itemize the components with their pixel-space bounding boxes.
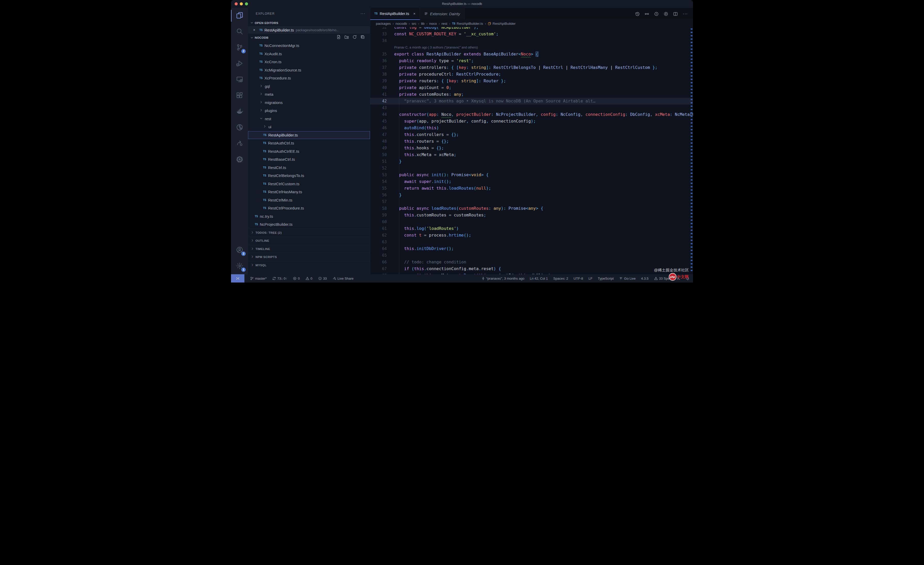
overview-ruler-scrollbar[interactable] [691,29,693,273]
open-changes-icon[interactable] [645,12,649,16]
activity-item-accounts[interactable]: 2 [231,242,248,258]
tree-item-rest[interactable]: rest [248,115,370,123]
tree-item-migrations[interactable]: migrations [248,99,370,107]
tab-RestApiBuilder-ts[interactable]: TS RestApiBuilder.ts × [370,8,420,20]
activity-item-source-control[interactable]: 2 [231,40,248,56]
tree-item-label: rest [265,117,271,121]
activity-item-extensions[interactable] [231,88,248,104]
status-errors[interactable]: 0 [293,276,300,280]
tree-item-RestApiBuilder.ts[interactable]: TSRestApiBuilder.ts [248,131,370,139]
go-back-icon[interactable] [654,12,659,16]
status-live-share[interactable]: Live Share [333,276,354,280]
code-line-37: 37 private controllers: { [key: string]:… [370,64,693,71]
tree-item-XcAudit.ts[interactable]: TSXcAudit.ts [248,50,370,58]
traffic-light-minimize-icon[interactable] [240,2,243,5]
new-folder-icon[interactable] [344,35,349,40]
breadcrumb-symbol[interactable]: RestApiBuilder [488,22,515,26]
status-git-branch-text: master* [255,276,267,280]
breadcrumb-item-rest[interactable]: rest [442,22,448,26]
status-infos[interactable]: 33 [318,276,327,280]
local-history-icon[interactable] [635,12,640,16]
breadcrumb-separator: › [418,22,419,26]
line-number: 44 [370,111,387,118]
tree-item-RestCtrlMin.ts[interactable]: TSRestCtrlMin.ts [248,196,370,204]
refresh-icon[interactable] [352,35,357,40]
status-sync-changes[interactable]: 73↓ 0↑ [272,276,287,280]
traffic-light-close-icon[interactable] [235,2,238,5]
tree-item-RestCtrlCustom.ts[interactable]: TSRestCtrlCustom.ts [248,180,370,188]
line-number: 67 [370,266,387,272]
code-line-51: 51 } [370,158,693,165]
new-file-icon[interactable] [336,35,341,40]
status-encoding[interactable]: UTF-8 [574,276,583,280]
explorer-more-actions-icon[interactable]: ··· [360,11,365,16]
tree-item-XcCron.ts[interactable]: TSXcCron.ts [248,58,370,66]
status-go-live[interactable]: Go Live [619,276,636,280]
tree-item-NcConnectionMgr.ts[interactable]: TSNcConnectionMgr.ts [248,42,370,50]
code-editor[interactable]: 32const log = debug('NcApiBuilder'); 33c… [370,27,693,274]
status-git-branch[interactable]: master* [250,276,267,280]
activity-item-search[interactable] [231,24,248,40]
remote-indicator-button[interactable] [231,274,244,282]
breadcrumb-file[interactable]: TSRestApiBuilder.ts [452,22,483,26]
tree-item-RestAuthCtrlEE.ts[interactable]: TSRestAuthCtrlEE.ts [248,147,370,156]
breadcrumb-item-noco[interactable]: noco [429,22,437,26]
project-section-header[interactable]: NOCODB [248,33,370,42]
close-icon[interactable]: × [253,28,255,32]
activity-item-remote-explorer[interactable] [231,72,248,88]
run-icon[interactable] [664,12,668,16]
tree-item-RestCtrlBelongsTo.ts[interactable]: TSRestCtrlBelongsTo.ts [248,171,370,180]
activity-item-docker[interactable] [231,104,248,120]
sidebar-section-mysql[interactable]: MYSQL [248,261,370,269]
tree-item-plugins[interactable]: plugins [248,107,370,115]
tree-item-RestCtrlHasMany.ts[interactable]: TSRestCtrlHasMany.ts [248,188,370,196]
tree-item-XcProcedure.ts[interactable]: TSXcProcedure.ts [248,74,370,82]
activity-item-live-share[interactable] [231,136,248,152]
tree-item-RestAuthCtrl.ts[interactable]: TSRestAuthCtrl.ts [248,139,370,147]
split-editor-icon[interactable] [673,12,678,16]
line-number: 34 [370,38,387,44]
status-language-mode[interactable]: TypeScript [598,276,614,280]
breadcrumb-item-lib[interactable]: lib [421,22,424,26]
accounts-badge: 2 [242,251,246,256]
sidebar-section-npm-scripts[interactable]: NPM SCRIPTS [248,253,370,261]
activity-item-settings[interactable]: 1 [231,258,248,274]
activity-item-gitlens[interactable] [231,120,248,136]
status-ts-version[interactable]: 4.3.5 [641,276,649,280]
typescript-file-icon: TS [263,199,266,201]
tree-item-RestCtrl.ts[interactable]: TSRestCtrl.ts [248,164,370,172]
more-actions-icon[interactable]: ··· [682,11,688,17]
tree-item-XcMigrationSource.ts[interactable]: TSXcMigrationSource.ts [248,66,370,74]
traffic-light-zoom-icon[interactable] [245,2,248,5]
breadcrumb-item-src[interactable]: src [412,22,416,26]
tree-item-gql[interactable]: gql [248,82,370,90]
activity-item-explorer[interactable] [231,8,248,24]
activity-item-kubernetes[interactable] [231,152,248,168]
tree-item-NcProjectBuilder.ts[interactable]: TSNcProjectBuilder.ts [248,220,370,228]
tree-item-RestCtrlProcedure.ts[interactable]: TSRestCtrlProcedure.ts [248,204,370,212]
sidebar-section-outline[interactable]: OUTLINE [248,237,370,245]
sidebar-section-timeline[interactable]: TIMELINE [248,245,370,253]
open-editors-section-header[interactable]: OPEN EDITORS [248,20,370,26]
close-tab-icon[interactable]: × [413,11,416,16]
activity-item-run-and-debug[interactable] [231,56,248,72]
tab-Extension-Dainty[interactable]: Extension: Dainty [420,8,465,20]
status-cursor-position[interactable]: Ln 42, Col 1 [530,276,548,280]
tree-item-nc.try.ts[interactable]: TSnc.try.ts [248,212,370,221]
open-editor-item[interactable]: × TSRestApiBuilder.ts packages/nocodb/sr… [248,26,370,33]
status-eol[interactable]: LF [589,276,592,280]
collapse-all-icon[interactable] [360,35,365,40]
status-blame-commit[interactable]: “pranavxc”, 3 months ago [482,276,524,280]
tree-item-RestBaseCtrl.ts[interactable]: TSRestBaseCtrl.ts [248,155,370,164]
section-label: OUTLINE [255,239,269,242]
status-warnings[interactable]: 0 [306,276,312,280]
typescript-file-icon: TS [260,44,263,47]
breadcrumb-item-packages[interactable]: packages [376,22,391,26]
breadcrumb-item-nocodb[interactable]: nocodb [396,22,407,26]
tree-item-ui[interactable]: ui [248,123,370,131]
line-number: 40 [370,84,387,91]
tree-item-label: RestCtrlCustom.ts [268,182,300,186]
sidebar-section-todos-tree-2-[interactable]: TODOS: TREE (2) [248,228,370,237]
status-indentation[interactable]: Spaces: 2 [553,276,568,280]
tree-item-meta[interactable]: meta [248,90,370,99]
